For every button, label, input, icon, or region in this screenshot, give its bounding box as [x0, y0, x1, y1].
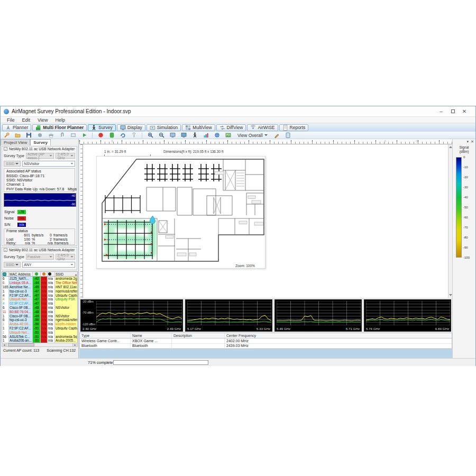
menu-file[interactable]: File	[4, 117, 18, 123]
spectrum-panel: -20 dBm -70 dBm -120 dBm 2.40 GHz 2.49 G…	[79, 299, 452, 332]
tab-survey[interactable]: Survey	[88, 124, 115, 131]
adapter1-surveytype-row: Survey Type Active (AP assoc.) 2.4/5.0 G…	[4, 153, 75, 159]
display-icon[interactable]	[169, 132, 176, 139]
ssid-select[interactable]: NSVisitor	[22, 161, 75, 167]
display2-icon[interactable]	[180, 132, 187, 139]
image-icon[interactable]	[225, 132, 231, 139]
canvas-vscrollbar[interactable]	[448, 144, 452, 298]
scroll-right-icon: ▸	[72, 343, 77, 346]
view-mode-select[interactable]: View Overall	[236, 133, 269, 138]
ap-table-row[interactable]: 165Aerohive Ne...-45n/an/aHNT 802.11ax	[2, 285, 77, 289]
surveyor-icon[interactable]	[191, 132, 198, 139]
panel-tab-survey[interactable]: Survey	[30, 139, 51, 145]
ap-table-row[interactable]: 6J125_NATI...-42n/an/aandromeda 2g	[2, 277, 77, 281]
left-panel: Project ViewSurvey ✓ NetAlly 802.11 ac U…	[1, 139, 79, 358]
zoomin-icon[interactable]	[147, 132, 153, 139]
ap-table-row[interactable]: 1Aruba206-an...-51n/an/aAruba-2005...	[2, 338, 77, 343]
tab-display[interactable]: Display	[117, 124, 145, 131]
left-panel-tabs: Project ViewSurvey	[1, 139, 51, 145]
ap-table-row[interactable]: 6Linksys 05:A...-44n/an/aThe Office Netw…	[2, 281, 77, 285]
surveyor-icon	[91, 125, 97, 131]
tab-simulation[interactable]: Simulation	[147, 124, 181, 131]
freq-min-label: 5.49 GHz	[277, 327, 290, 331]
signal-row: Signal -70	[4, 209, 28, 214]
signal-icon[interactable]	[131, 132, 137, 139]
device-icon[interactable]	[108, 132, 115, 139]
attach-icon[interactable]	[59, 132, 65, 139]
wrench-icon[interactable]	[3, 132, 10, 139]
ap-table-row[interactable]: 1F2:9F:C2:AF...-51n/an/aUbiquity Captive…	[2, 326, 77, 331]
menu-view[interactable]: View	[34, 117, 51, 123]
edit-icon[interactable]	[274, 132, 280, 139]
record-icon[interactable]	[36, 132, 43, 139]
stop-icon[interactable]	[97, 132, 104, 139]
globe-icon[interactable]	[214, 132, 220, 139]
legend-tick: -100	[463, 256, 470, 259]
ssid-button[interactable]: SSID	[4, 161, 21, 167]
media-icon[interactable]	[70, 132, 76, 139]
band-select[interactable]: 2.4/5.0 GHz	[56, 153, 75, 159]
frame-status-row: Retry:n/a%n/aframes/s	[6, 241, 72, 245]
ap-table-hscrollbar[interactable]: ◂ ▸	[2, 343, 78, 347]
chart-icon[interactable]	[203, 132, 209, 139]
app-window: AirMagnet Survey Professional Edition - …	[0, 106, 476, 366]
ap-table-row[interactable]: 1Aruba-4E:00...-50n/an/akiosfln-hidden	[2, 322, 77, 326]
surveytype2-select[interactable]: Passive	[26, 254, 54, 260]
ap-table-row[interactable]: 4F2:9F:C2:AF...-47n/an/aUbiquity Captive…	[2, 293, 77, 297]
ssid2-button[interactable]: SSID	[4, 262, 21, 268]
print-icon[interactable]	[48, 132, 54, 139]
play-icon[interactable]	[81, 132, 87, 139]
maximize-button[interactable]	[448, 108, 457, 115]
open-icon[interactable]	[14, 132, 21, 139]
adapter1-name: NetAlly 802.11 ac USB Network Adapter	[9, 147, 75, 151]
menu-edit[interactable]: Edit	[19, 117, 34, 123]
ap-status-title: Associated AP status	[6, 169, 41, 173]
legend-pin-icon[interactable]: ▾	[467, 140, 469, 144]
minimize-button[interactable]: –	[436, 108, 446, 115]
close-button[interactable]: ✕	[460, 108, 469, 115]
surveytype-label: Survey Type	[4, 154, 24, 158]
adapter1-checkbox[interactable]: ✓	[4, 147, 7, 151]
band2-select[interactable]: 2.4/5.0 GHz	[56, 254, 75, 260]
ap-table-row[interactable]: 1tsp-csi-uc-3-47n/an/angenius&nsfler	[2, 289, 77, 293]
tablet-icon[interactable]	[285, 132, 291, 139]
tab-multiview[interactable]: MultiView	[182, 124, 215, 131]
sn-col-icon	[48, 272, 51, 276]
spectrum-chart-1: -20 dBm -70 dBm -120 dBm 2.40 GHz 2.49 G…	[80, 299, 183, 332]
tab-planner[interactable]: Planner	[2, 124, 31, 131]
ap-table-row[interactable]: 1Ubiquiti Net...-51n/an/a	[2, 330, 77, 334]
tab-diffview[interactable]: DiffView	[216, 124, 246, 131]
tab-multi-floor-planner[interactable]: Multi Floor Planner	[32, 124, 87, 131]
ap-table-row[interactable]: 56ASUSTek C...-51n/an/aandromeda 5g	[2, 334, 77, 338]
surveytype-select[interactable]: Active (AP assoc.)	[26, 153, 54, 159]
tab-reports[interactable]: Reports	[279, 124, 309, 131]
adapter2-surveytype-row: Survey Type Passive 2.4/5.0 GHz	[4, 254, 75, 260]
save-icon[interactable]	[25, 132, 32, 139]
ap-table-row[interactable]: 6tsp-csi-uc-3-50n/an/angenius&nsfler	[2, 318, 77, 322]
ap-icon	[3, 272, 6, 276]
signal-color-scale	[456, 157, 462, 258]
ap-table-row[interactable]: 402:9F:C2:AF...-47n/an/a	[2, 301, 77, 306]
frame-status-title: Frame status	[6, 229, 28, 233]
panel-tab-project-view[interactable]: Project View	[1, 139, 30, 145]
ap-table-row[interactable]: 6Cisco-9F:0B...-48n/an/aNSVisitor	[2, 306, 77, 310]
tab-airwise[interactable]: AirWISE	[247, 124, 278, 131]
airwise-icon	[250, 125, 256, 131]
floor-plan-canvas[interactable]: 1 in. = 31.29 ft Dimensions(ft x ft): 21…	[83, 144, 448, 298]
freq-min-label: 5.74 GHz	[366, 327, 380, 331]
interferer-row[interactable]: Wireless Game Contr...XBOX Game ...2402.…	[80, 338, 452, 344]
ssid2-select[interactable]: ANY	[22, 262, 75, 268]
zoomout-icon[interactable]	[158, 132, 164, 139]
menu-help[interactable]: Help	[52, 117, 68, 123]
ap-table-row[interactable]: 11B0:BE:76:04...-48n/an/a	[2, 309, 77, 314]
ap-table-row[interactable]: 1Cisco-0F:0B...-49n/an/aNSVisitor	[2, 314, 77, 318]
interferer-table-header[interactable]: TypeNameDescriptionCenter Frequency	[80, 333, 452, 338]
ap-table-header[interactable]: MAC Address SSID ▴	[2, 272, 77, 277]
ap-table-row[interactable]: 4Ubiquiti Net...-47n/an/aUbiquity PSK	[2, 297, 77, 301]
refresh-icon[interactable]	[120, 132, 126, 139]
mac-header: MAC Address	[9, 272, 33, 276]
ap-status-box: Associated AP status BSSID: Cisco-8F:18:…	[4, 168, 75, 192]
legend-close-icon[interactable]: ✕	[471, 140, 474, 144]
adapter2-checkbox[interactable]: ✓	[4, 248, 7, 252]
interferer-row[interactable]: BluetoothBluetooth2439.03 MHz	[80, 344, 452, 349]
